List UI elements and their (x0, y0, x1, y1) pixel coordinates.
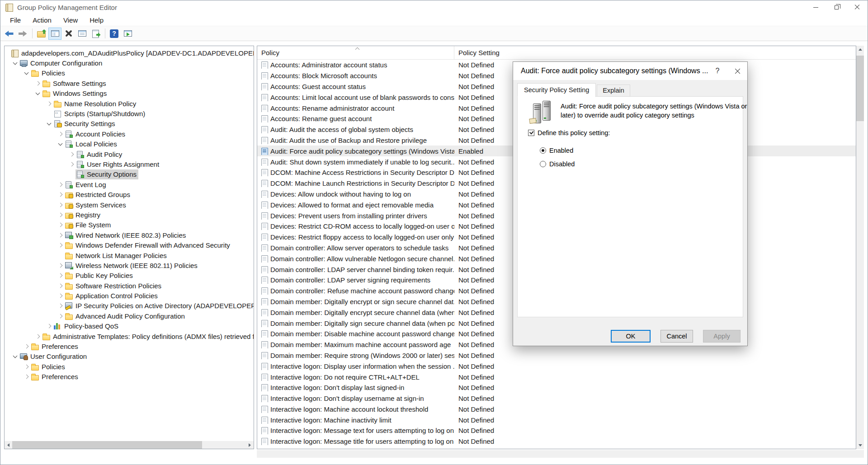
show-action-pane-button[interactable] (121, 28, 134, 40)
tree-item-content[interactable]: Preferences (30, 372, 80, 382)
tree-item-user-rights-assignment[interactable]: User Rights Assignment (5, 159, 254, 169)
expand-chevron-icon[interactable] (57, 211, 64, 219)
tree-item-network-list-manager-policies[interactable]: Network List Manager Policies (5, 250, 254, 260)
expand-chevron-icon[interactable] (23, 363, 30, 371)
expand-chevron-icon[interactable] (68, 150, 75, 158)
expand-chevron-icon[interactable] (34, 333, 42, 340)
tree-item-content[interactable]: Software Settings (42, 78, 108, 88)
tree-item-windows-defender-firewall-with-advanced-[interactable]: Windows Defender Firewall with Advanced … (5, 240, 254, 250)
tree-item-application-control-policies[interactable]: Application Control Policies (5, 291, 254, 301)
tree-item-software-settings[interactable]: Software Settings (5, 78, 254, 88)
properties-button[interactable] (75, 28, 89, 40)
tree-item-content[interactable]: Name Resolution Policy (53, 99, 138, 108)
export-list-button[interactable] (89, 28, 102, 40)
expand-chevron-icon[interactable] (57, 312, 64, 320)
tree-item-system-services[interactable]: System Services (5, 200, 254, 210)
tab-security-policy-setting[interactable]: Security Policy Setting (517, 83, 596, 97)
tree-item-content[interactable]: Restricted Groups (64, 190, 132, 200)
tree-item-content[interactable]: Audit Policy (75, 149, 124, 159)
tree-item-account-policies[interactable]: Account Policies (5, 129, 254, 139)
scroll-left-button[interactable] (5, 441, 12, 449)
policy-row[interactable]: Interactive logon: Don't display last si… (257, 382, 856, 393)
tree-item-user-configuration[interactable]: User Configuration (5, 352, 254, 362)
tree-item-local-policies[interactable]: Local Policies (5, 139, 254, 149)
expand-chevron-icon[interactable] (68, 160, 75, 168)
horizontal-scroll-thumb[interactable] (12, 441, 202, 449)
tree-item-content[interactable]: Computer Configuration (19, 58, 104, 68)
tree-item-content[interactable]: Account Policies (64, 129, 127, 139)
expand-chevron-icon[interactable] (57, 292, 64, 300)
back-button[interactable] (3, 28, 16, 40)
expand-chevron-icon[interactable] (57, 191, 64, 198)
expand-chevron-icon[interactable] (57, 201, 64, 209)
policy-row[interactable]: Interactive logon: Number of previous lo… (257, 447, 856, 449)
tree-item-content[interactable]: Policy-based QoS (53, 321, 120, 331)
tree-item-scripts-startup-shutdown-[interactable]: Scripts (Startup/Shutdown) (5, 108, 254, 118)
policy-row[interactable]: Interactive logon: Machine inactivity li… (257, 414, 856, 425)
up-one-level-button[interactable] (35, 28, 48, 40)
collapse-chevron-icon[interactable] (45, 120, 53, 127)
tree-item-content[interactable]: Public Key Policies (64, 271, 135, 281)
cancel-button[interactable]: Cancel (660, 330, 693, 343)
menu-action[interactable]: Action (27, 15, 57, 25)
tree-item-policies[interactable]: Policies (5, 362, 254, 371)
restore-button[interactable] (826, 0, 847, 14)
expand-chevron-icon[interactable] (23, 343, 30, 350)
policy-row[interactable]: Interactive logon: Machine account locko… (257, 404, 856, 415)
list-horizontal-scrollbar[interactable] (257, 450, 864, 458)
minimize-button[interactable] (805, 0, 826, 14)
tree-item-restricted-groups[interactable]: Restricted Groups (5, 189, 254, 199)
expand-chevron-icon[interactable] (57, 221, 64, 229)
tree-item-content[interactable]: Application Control Policies (64, 291, 160, 301)
policy-column-header[interactable]: Policy (257, 46, 454, 59)
tree-item-content[interactable]: Wired Network (IEEE 802.3) Policies (64, 230, 188, 240)
tree-item-policies[interactable]: Policies (5, 68, 254, 78)
expand-chevron-icon[interactable] (45, 322, 53, 330)
expand-chevron-icon[interactable] (34, 80, 42, 87)
tree-item-wired-network-ieee-802-3-policies[interactable]: Wired Network (IEEE 802.3) Policies (5, 230, 254, 240)
expand-chevron-icon[interactable] (57, 241, 64, 249)
collapse-chevron-icon[interactable] (57, 140, 64, 148)
tree-item-content[interactable]: Event Log (64, 179, 108, 189)
tree-item-content[interactable]: Security Settings (53, 119, 117, 129)
forward-button[interactable] (16, 28, 29, 40)
tree-item-content[interactable]: Windows Defender Firewall with Advanced … (64, 240, 232, 250)
tree-item-content[interactable]: Local Policies (64, 139, 119, 149)
expand-chevron-icon[interactable] (57, 231, 64, 239)
tree-item-audit-policy[interactable]: Audit Policy (5, 149, 254, 159)
vertical-scroll-thumb[interactable] (856, 56, 864, 121)
tree-item-content[interactable]: Advanced Audit Policy Configuration (64, 311, 187, 321)
expand-chevron-icon[interactable] (57, 282, 64, 290)
tree-item-content[interactable]: Registry (64, 210, 102, 220)
tree-item-content[interactable]: Windows Settings (42, 89, 108, 99)
tree-item-software-restriction-policies[interactable]: Software Restriction Policies (5, 281, 254, 291)
tree-item-content[interactable]: Scripts (Startup/Shutdown) (53, 109, 147, 119)
tree-item-preferences[interactable]: Preferences (5, 341, 254, 351)
tree-item-security-settings[interactable]: Security Settings (5, 119, 254, 129)
tree-horizontal-scrollbar[interactable] (5, 441, 254, 449)
tree-item-advanced-audit-policy-configuration[interactable]: Advanced Audit Policy Configuration (5, 311, 254, 321)
tree-item-security-options[interactable]: Security Options (5, 169, 254, 179)
expand-chevron-icon[interactable] (57, 262, 64, 269)
show-console-tree-button[interactable] (48, 28, 61, 40)
tree-item-file-system[interactable]: File System (5, 220, 254, 230)
menu-view[interactable]: View (57, 15, 84, 25)
tree-item-content[interactable]: Policies (30, 362, 67, 371)
vertical-scrollbar[interactable] (856, 46, 864, 449)
collapse-chevron-icon[interactable] (11, 352, 19, 360)
tree-item-content[interactable]: Security Options (75, 169, 138, 179)
tree-item-content[interactable]: Wireless Network (IEEE 802.11) Policies (64, 260, 199, 270)
menu-file[interactable]: File (4, 15, 27, 25)
tree-item-content[interactable]: File System (64, 220, 113, 230)
tree-item-adapdevelopers-com-adauditpluspolicy-ada[interactable]: adapdevelopers.com_ADAuditPlusPolicy [AD… (5, 48, 254, 58)
tree-item-policy-based-qos[interactable]: Policy-based QoS (5, 321, 254, 331)
tree-item-registry[interactable]: Registry (5, 210, 254, 220)
expand-chevron-icon[interactable] (57, 272, 64, 279)
collapse-chevron-icon[interactable] (11, 59, 19, 67)
tree-item-ip-security-policies-on-active-directory[interactable]: IP Security Policies on Active Directory… (5, 301, 254, 311)
expand-chevron-icon[interactable] (23, 373, 30, 380)
tree-item-content[interactable]: Network List Manager Policies (64, 250, 169, 260)
expand-chevron-icon[interactable] (57, 181, 64, 188)
tree-item-content[interactable]: System Services (64, 200, 128, 210)
tree-item-content[interactable]: User Rights Assignment (75, 159, 161, 169)
